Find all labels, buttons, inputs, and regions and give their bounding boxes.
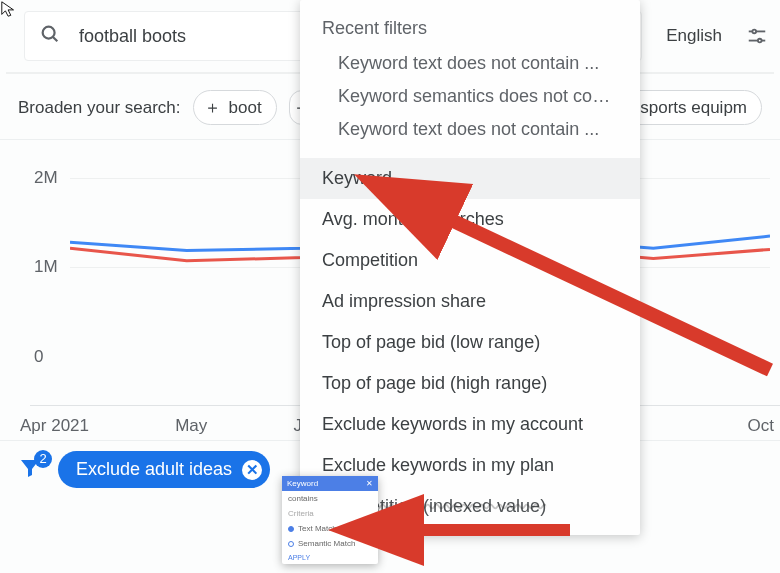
- keyword-filter-popup[interactable]: Keyword ✕ contains Criteria Text Match S…: [282, 476, 378, 564]
- filter-option-exclude-acct[interactable]: Exclude keywords in my account: [300, 404, 640, 445]
- filter-count-badge: 2: [34, 450, 52, 468]
- apply-button[interactable]: Apply: [282, 551, 378, 564]
- radio-text-match[interactable]: Text Match: [282, 521, 378, 536]
- close-icon[interactable]: ✕: [366, 479, 373, 488]
- filter-option-ad-impression[interactable]: Ad impression share: [300, 281, 640, 322]
- recent-filter-item[interactable]: Keyword text does not contain ...: [300, 113, 640, 146]
- svg-point-0: [43, 27, 55, 39]
- cursor-icon: [0, 0, 18, 22]
- plus-icon: ＋: [204, 96, 221, 119]
- popup-section: contains: [282, 491, 378, 506]
- svg-point-3: [752, 30, 756, 34]
- chip-label: boot: [229, 98, 262, 118]
- y-tick: 2M: [34, 168, 58, 188]
- header-right: English: [642, 25, 772, 47]
- svg-line-1: [53, 37, 57, 41]
- filter-option-competition[interactable]: Competition: [300, 240, 640, 281]
- filter-option-keyword[interactable]: Keyword: [300, 158, 640, 199]
- filter-option-top-bid-low[interactable]: Top of page bid (low range): [300, 322, 640, 363]
- filter-option-avg-searches[interactable]: Avg. monthly searches: [300, 199, 640, 240]
- radio-semantic-match[interactable]: Semantic Match: [282, 536, 378, 551]
- language-selector[interactable]: English: [666, 26, 722, 46]
- filter-pill-exclude-adult[interactable]: Exclude adult ideas ✕: [58, 451, 270, 488]
- x-tick: May: [175, 416, 207, 436]
- recent-filter-item[interactable]: Keyword text does not contain ...: [300, 47, 640, 80]
- close-icon[interactable]: ✕: [242, 460, 262, 480]
- search-icon: [39, 23, 61, 49]
- radio-icon: [288, 541, 294, 547]
- broaden-label: Broaden your search:: [18, 98, 181, 118]
- x-tick: Oct: [748, 416, 774, 436]
- settings-sliders-icon[interactable]: [746, 25, 768, 47]
- x-tick: Apr 2021: [20, 416, 89, 436]
- filter-option-top-bid-high[interactable]: Top of page bid (high range): [300, 363, 640, 404]
- broaden-chip-boot[interactable]: ＋ boot: [193, 90, 277, 125]
- recent-filters-header: Recent filters: [300, 14, 640, 47]
- recent-filter-item[interactable]: Keyword semantics does not con ...: [300, 80, 640, 113]
- popup-title: Keyword: [287, 479, 318, 488]
- svg-point-5: [758, 39, 762, 43]
- radio-icon: [288, 526, 294, 532]
- filter-icon[interactable]: 2: [18, 456, 42, 484]
- popup-criteria-label: Criteria: [282, 506, 378, 521]
- chip-label: sports equipm: [640, 98, 747, 118]
- add-filter-dropdown[interactable]: Recent filters Keyword text does not con…: [300, 0, 640, 535]
- pill-label: Exclude adult ideas: [76, 459, 232, 480]
- y-tick: 0: [34, 347, 43, 367]
- y-tick: 1M: [34, 257, 58, 277]
